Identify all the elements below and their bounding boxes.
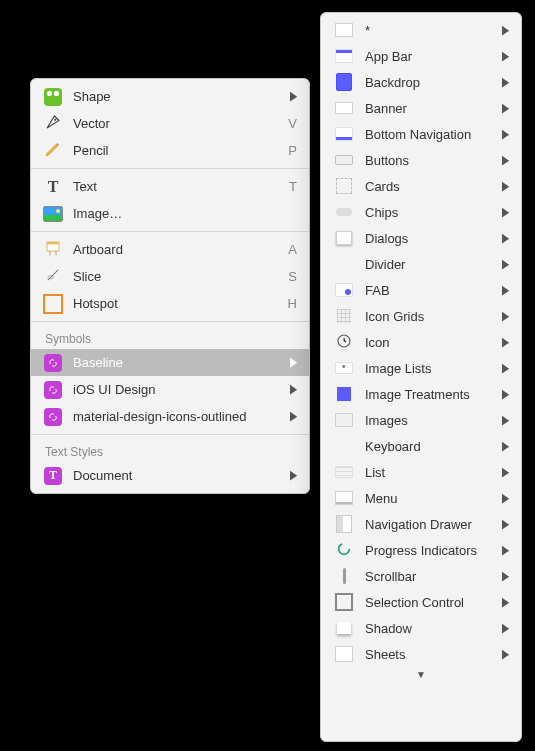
submenu-item-divider[interactable]: Divider▶ — [321, 251, 521, 277]
submenu-item-backdrop[interactable]: Backdrop▶ — [321, 69, 521, 95]
submenu-item-progress-indicators[interactable]: Progress Indicators▶ — [321, 537, 521, 563]
submenu-arrow-icon: ▶ — [502, 492, 509, 505]
imagetreatment-thumb-icon — [337, 387, 351, 401]
baseline-submenu: *▶App Bar▶Backdrop▶Banner▶Bottom Navigat… — [320, 12, 522, 742]
imagelist-thumb-icon — [335, 362, 353, 374]
empty-thumb-icon — [335, 257, 353, 271]
submenu-item-label: Backdrop — [365, 75, 496, 90]
submenu-item-label: Dialogs — [365, 231, 496, 246]
shape-icon — [44, 88, 62, 106]
submenu-item-dialogs[interactable]: Dialogs▶ — [321, 225, 521, 251]
bottomnav-thumb-icon — [335, 127, 353, 141]
submenu-item-buttons[interactable]: Buttons▶ — [321, 147, 521, 173]
menu-item-baseline[interactable]: Baseline▶ — [31, 349, 309, 376]
submenu-arrow-icon: ▶ — [502, 50, 509, 63]
submenu-item-navigation-drawer[interactable]: Navigation Drawer▶ — [321, 511, 521, 537]
submenu-item-cards[interactable]: Cards▶ — [321, 173, 521, 199]
menu-item-hotspot[interactable]: HotspotH — [31, 290, 309, 317]
submenu-item-image-lists[interactable]: Image Lists▶ — [321, 355, 521, 381]
menu-item-artboard[interactable]: ArtboardA — [31, 236, 309, 263]
banner-thumb-icon — [335, 102, 353, 114]
menu-item-document[interactable]: TDocument▶ — [31, 462, 309, 489]
submenu-item-shadow[interactable]: Shadow▶ — [321, 615, 521, 641]
pencil-icon — [44, 140, 62, 161]
submenu-item-label: Icon Grids — [365, 309, 496, 324]
artboard-icon — [44, 239, 62, 260]
submenu-arrow-icon: ▶ — [290, 410, 297, 423]
menu-item-vector[interactable]: VectorV — [31, 110, 309, 137]
submenu-item-fab[interactable]: FAB▶ — [321, 277, 521, 303]
submenu-arrow-icon: ▶ — [502, 310, 509, 323]
submenu-item-icon-grids[interactable]: Icon Grids▶ — [321, 303, 521, 329]
menu-item-ios-ui-design[interactable]: iOS UI Design▶ — [31, 376, 309, 403]
svg-point-7 — [339, 543, 350, 554]
card-thumb-icon — [336, 178, 352, 194]
menu-item-image-[interactable]: Image… — [31, 200, 309, 227]
submenu-item--[interactable]: *▶ — [321, 17, 521, 43]
submenu-arrow-icon: ▶ — [502, 206, 509, 219]
submenu-arrow-icon: ▶ — [502, 336, 509, 349]
submenu-item-images[interactable]: Images▶ — [321, 407, 521, 433]
submenu-item-image-treatments[interactable]: Image Treatments▶ — [321, 381, 521, 407]
submenu-item-selection-control[interactable]: Selection Control▶ — [321, 589, 521, 615]
menu-item-label: Document — [73, 468, 284, 483]
insert-menu: Shape▶VectorVPencilPTTextTImage…Artboard… — [30, 78, 310, 494]
submenu-arrow-icon: ▶ — [502, 544, 509, 557]
submenu-arrow-icon: ▶ — [290, 383, 297, 396]
selectioncontrol-thumb-icon — [335, 593, 353, 611]
submenu-item-label: Chips — [365, 205, 496, 220]
text-style-icon: T — [44, 467, 62, 485]
hotspot-icon — [43, 294, 63, 314]
menu-separator — [31, 321, 309, 322]
submenu-item-list[interactable]: List▶ — [321, 459, 521, 485]
menu-item-label: material-design-icons-outlined — [73, 409, 284, 424]
submenu-arrow-icon: ▶ — [502, 128, 509, 141]
submenu-item-menu[interactable]: Menu▶ — [321, 485, 521, 511]
menu-item-label: Artboard — [73, 242, 282, 257]
scroll-down-arrow-icon[interactable]: ▼ — [321, 667, 521, 680]
submenu-item-bottom-navigation[interactable]: Bottom Navigation▶ — [321, 121, 521, 147]
submenu-item-sheets[interactable]: Sheets▶ — [321, 641, 521, 667]
submenu-arrow-icon: ▶ — [502, 440, 509, 453]
submenu-item-label: Navigation Drawer — [365, 517, 496, 532]
text-icon: T — [48, 178, 59, 196]
submenu-item-chips[interactable]: Chips▶ — [321, 199, 521, 225]
menu-item-slice[interactable]: SliceS — [31, 263, 309, 290]
submenu-item-label: Icon — [365, 335, 496, 350]
submenu-arrow-icon: ▶ — [290, 90, 297, 103]
submenu-arrow-icon: ▶ — [502, 232, 509, 245]
submenu-item-scrollbar[interactable]: Scrollbar▶ — [321, 563, 521, 589]
submenu-item-label: Selection Control — [365, 595, 496, 610]
menu-item-shape[interactable]: Shape▶ — [31, 83, 309, 110]
submenu-item-label: Menu — [365, 491, 496, 506]
menu-item-shortcut: V — [288, 116, 297, 131]
button-thumb-icon — [335, 155, 353, 165]
submenu-item-label: Buttons — [365, 153, 496, 168]
submenu-item-label: List — [365, 465, 496, 480]
clock-thumb-icon — [336, 333, 352, 352]
menu-separator — [31, 434, 309, 435]
submenu-item-icon[interactable]: Icon▶ — [321, 329, 521, 355]
menu-item-label: Text — [73, 179, 283, 194]
submenu-arrow-icon: ▶ — [502, 154, 509, 167]
menu-item-pencil[interactable]: PencilP — [31, 137, 309, 164]
submenu-item-label: Progress Indicators — [365, 543, 496, 558]
progress-thumb-icon — [336, 541, 352, 560]
submenu-item-label: Scrollbar — [365, 569, 496, 584]
submenu-arrow-icon: ▶ — [502, 414, 509, 427]
menu-item-material-design-icons-outlined[interactable]: material-design-icons-outlined▶ — [31, 403, 309, 430]
submenu-item-app-bar[interactable]: App Bar▶ — [321, 43, 521, 69]
submenu-arrow-icon: ▶ — [502, 180, 509, 193]
submenu-arrow-icon: ▶ — [502, 466, 509, 479]
menu-item-label: Baseline — [73, 355, 284, 370]
submenu-item-label: Images — [365, 413, 496, 428]
menu-item-shortcut: A — [288, 242, 297, 257]
submenu-arrow-icon: ▶ — [502, 388, 509, 401]
submenu-item-label: FAB — [365, 283, 496, 298]
submenu-item-banner[interactable]: Banner▶ — [321, 95, 521, 121]
submenu-item-keyboard[interactable]: Keyboard▶ — [321, 433, 521, 459]
menu-item-label: Image… — [73, 206, 297, 221]
menu-item-text[interactable]: TTextT — [31, 173, 309, 200]
submenu-item-label: Banner — [365, 101, 496, 116]
submenu-item-label: Cards — [365, 179, 496, 194]
